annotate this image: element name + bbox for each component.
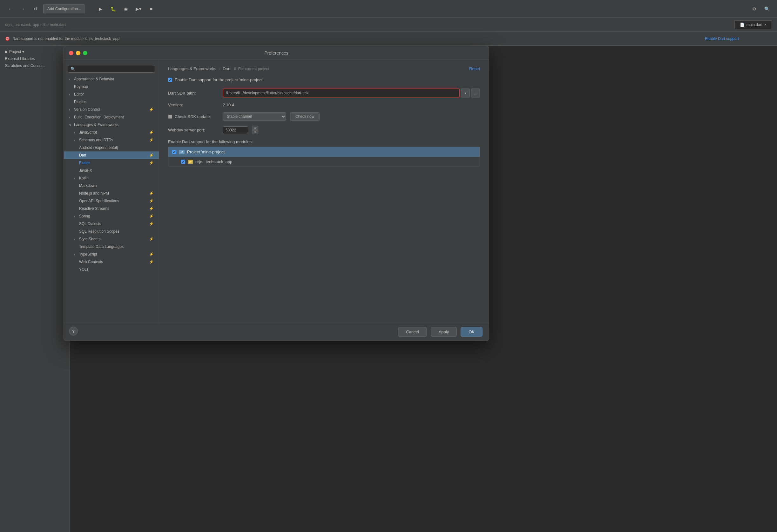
tree-item-flutter[interactable]: Flutter ⚡: [64, 159, 159, 167]
dart-file-icon: 📄: [740, 22, 745, 27]
tree-label: Build, Execution, Deployment: [74, 115, 124, 119]
tree-item-nodejs[interactable]: Node.js and NPM ⚡: [64, 189, 159, 197]
tree-item-sql-resolution[interactable]: SQL Resolution Scopes: [64, 228, 159, 235]
plug-icon: ⚡: [149, 138, 154, 142]
module-item-project[interactable]: M Project 'mine-project': [169, 147, 480, 157]
channel-select[interactable]: Stable channel: [223, 112, 286, 121]
debug-btn[interactable]: 🐛: [108, 4, 118, 14]
tree-item-openapi[interactable]: OpenAPI Specifications ⚡: [64, 197, 159, 205]
more-run-btn[interactable]: ▶▾: [133, 4, 143, 14]
tree-item-sql-dialects[interactable]: SQL Dialects ⚡: [64, 220, 159, 228]
check-now-button[interactable]: Check now: [290, 112, 320, 121]
reset-button[interactable]: Reset: [469, 66, 480, 71]
tree-item-reactive-streams[interactable]: Reactive Streams ⚡: [64, 205, 159, 212]
apply-button[interactable]: Apply: [431, 327, 457, 337]
version-value: 2.10.4: [223, 103, 234, 107]
sidebar-item-project[interactable]: ▶ Project ▾: [0, 48, 70, 55]
plug-icon: ⚡: [149, 191, 154, 195]
tree-label: JavaScript: [79, 130, 97, 135]
sdk-path-dropdown-btn[interactable]: ▾: [461, 89, 470, 98]
tree-item-version-control[interactable]: › Version Control ⚡: [64, 106, 159, 113]
tree-search-input[interactable]: [68, 65, 155, 73]
sdk-path-browse-btn[interactable]: …: [471, 89, 480, 98]
tree-item-template-data[interactable]: Template Data Languages: [64, 243, 159, 250]
sdk-path-container: ▾ …: [223, 89, 480, 98]
version-row: Version: 2.10.4: [168, 103, 480, 107]
content-breadcrumb: Languages & Frameworks › Dart 🖥 For curr…: [168, 66, 480, 71]
cancel-button[interactable]: Cancel: [398, 327, 427, 337]
tree-label: SQL Resolution Scopes: [79, 229, 119, 234]
module-project-checkbox[interactable]: [172, 150, 176, 154]
tree-item-typescript[interactable]: › TypeScript ⚡: [64, 250, 159, 258]
tree-label: TypeScript: [79, 252, 97, 257]
tree-item-kotlin[interactable]: › Kotlin: [64, 174, 159, 182]
tree-label: Flutter: [79, 161, 90, 165]
ok-button[interactable]: OK: [461, 327, 482, 337]
tree-item-markdown[interactable]: Markdown: [64, 182, 159, 189]
tree-label: Markdown: [79, 183, 97, 188]
webdev-port-label: Webdev server port:: [168, 128, 219, 132]
tree-item-languages[interactable]: ∨ Languages & Frameworks: [64, 121, 159, 129]
window-minimize-button[interactable]: [76, 51, 80, 55]
back-btn[interactable]: ←: [5, 4, 15, 14]
run-btn[interactable]: ▶: [95, 4, 105, 14]
webdev-port-input[interactable]: [223, 126, 248, 134]
enable-dart-checkbox[interactable]: [168, 78, 172, 82]
add-config-button[interactable]: Add Configuration...: [43, 4, 85, 13]
plug-icon: ⚡: [149, 222, 154, 226]
sdk-path-input[interactable]: [223, 89, 460, 98]
arrow-icon: ›: [74, 238, 78, 241]
window-close-button[interactable]: [69, 51, 73, 55]
plug-icon: ⚡: [149, 206, 154, 211]
tree-item-build[interactable]: › Build, Execution, Deployment: [64, 113, 159, 121]
tree-item-android[interactable]: Android (Experimental): [64, 144, 159, 151]
port-stepper-down[interactable]: ▼: [252, 130, 258, 134]
check-sdk-checkbox[interactable]: [168, 115, 172, 119]
tree-item-yolt[interactable]: YOLT: [64, 266, 159, 273]
tree-item-editor[interactable]: › Editor: [64, 91, 159, 98]
coverage-btn[interactable]: ◉: [121, 4, 131, 14]
tree-item-appearance[interactable]: › Appearance & Behavior: [64, 75, 159, 83]
module-item-app[interactable]: 📁 orjrs_techstack_app: [169, 157, 480, 167]
arrow-icon: ›: [69, 78, 73, 81]
stop-btn[interactable]: ■: [146, 4, 156, 14]
tree-item-keymap[interactable]: Keymap: [64, 83, 159, 91]
tree-item-spring[interactable]: › Spring ⚡: [64, 212, 159, 220]
preferences-dialog: Preferences › Appearance & Behavior Keym…: [64, 46, 489, 341]
tree-label: Plugins: [74, 100, 86, 104]
refresh-btn[interactable]: ↺: [30, 4, 41, 14]
window-maximize-button[interactable]: [83, 51, 87, 55]
enable-dart-link[interactable]: Enable Dart support: [705, 36, 739, 41]
file-tab-main-dart[interactable]: 📄 main.dart ×: [735, 20, 772, 29]
help-button[interactable]: ?: [69, 326, 78, 336]
notification-message: Dart support is not enabled for the modu…: [12, 36, 120, 41]
tree-panel: › Appearance & Behavior Keymap › Editor …: [64, 60, 159, 323]
tree-item-schemas[interactable]: › Schemas and DTDs ⚡: [64, 136, 159, 144]
tree-item-style-sheets[interactable]: › Style Sheets ⚡: [64, 235, 159, 243]
tree-item-javascript[interactable]: › JavaScript ⚡: [64, 129, 159, 136]
tree-label: Appearance & Behavior: [74, 77, 114, 81]
sidebar-item-scratches[interactable]: Scratches and Conso...: [0, 62, 70, 69]
plug-icon: ⚡: [149, 237, 154, 241]
forward-btn[interactable]: →: [18, 4, 28, 14]
modules-list: M Project 'mine-project' 📁 orjrs_techsta…: [168, 147, 480, 167]
tree-item-plugins[interactable]: Plugins: [64, 98, 159, 106]
tree-item-dart[interactable]: Dart ⚡: [64, 151, 159, 159]
sidebar-item-external-libs[interactable]: External Libraries: [0, 55, 70, 62]
enable-dart-checkbox-row: Enable Dart support for the project 'min…: [168, 78, 480, 82]
dart-icon: 🎯: [5, 36, 10, 41]
port-stepper-up[interactable]: ▲: [252, 126, 258, 130]
sidebar: ▶ Project ▾ External Libraries Scratches…: [0, 46, 70, 532]
module-app-checkbox[interactable]: [181, 160, 185, 164]
arrow-icon: ›: [69, 108, 73, 111]
search-btn[interactable]: 🔍: [762, 4, 772, 14]
tree-label: Web Contexts: [79, 260, 103, 264]
sdk-path-row: Dart SDK path: ▾ …: [168, 89, 480, 98]
tree-item-javafx[interactable]: JavaFX: [64, 167, 159, 174]
check-sdk-label: Check SDK update:: [175, 114, 211, 119]
arrow-icon: ›: [69, 116, 73, 119]
tree-item-web-contexts[interactable]: Web Contexts ⚡: [64, 258, 159, 266]
close-tab-icon[interactable]: ×: [764, 22, 767, 27]
dialog-title: Preferences: [264, 50, 288, 55]
settings-btn[interactable]: ⚙: [749, 4, 759, 14]
